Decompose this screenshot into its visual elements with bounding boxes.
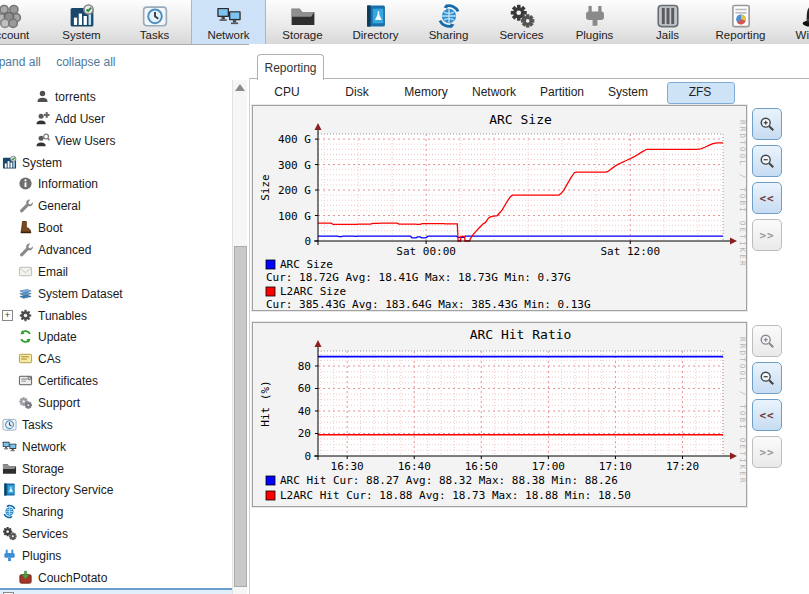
- toolbar-item-label: Wizard: [796, 29, 809, 41]
- tab-reporting[interactable]: Reporting: [257, 54, 324, 80]
- subtab-memory[interactable]: Memory: [404, 85, 447, 99]
- subtab-disk[interactable]: Disk: [345, 85, 368, 99]
- tree-item-torrents[interactable]: torrents: [35, 86, 96, 107]
- sidebar-scrollbar[interactable]: [232, 80, 247, 594]
- toolbar-item-account[interactable]: Account: [0, 0, 45, 44]
- tree-item-plugins[interactable]: Plugins: [2, 545, 61, 566]
- chart1-zoom-in-button[interactable]: [752, 108, 782, 140]
- svg-text:0: 0: [304, 235, 311, 248]
- toolbar-item-directory[interactable]: Directory: [339, 0, 412, 44]
- tab-reporting-label: Reporting: [264, 61, 316, 75]
- tree-item-partial[interactable]: [0, 588, 232, 594]
- tree-item-add-user[interactable]: Add User: [35, 108, 105, 129]
- tasks-icon: [2, 417, 17, 432]
- content-left-border: [249, 78, 250, 594]
- chart1-pan-left-button[interactable]: <<: [752, 182, 782, 214]
- tree-item-general[interactable]: General: [18, 195, 81, 216]
- tree-item-label: Boot: [38, 221, 63, 235]
- scrollbar-thumb[interactable]: [234, 246, 247, 587]
- toolbar-item-label: Reporting: [716, 29, 766, 41]
- sharing-icon: [436, 3, 462, 29]
- tree-item-system-dataset[interactable]: System Dataset: [18, 283, 123, 304]
- tree-item-label: Support: [38, 396, 80, 410]
- tree-item-boot[interactable]: Boot: [18, 217, 63, 238]
- storage-icon: [2, 461, 17, 476]
- toolbar-item-reporting[interactable]: Reporting: [704, 0, 777, 44]
- tree-item-email[interactable]: Email: [18, 261, 68, 282]
- expander-plus-icon[interactable]: +: [2, 310, 13, 321]
- expand-all-link[interactable]: expand all: [0, 55, 41, 69]
- tree-item-network[interactable]: Network: [2, 436, 66, 457]
- tree-item-sharing[interactable]: Sharing: [2, 501, 63, 522]
- tree-item-label: General: [38, 199, 81, 213]
- toolbar-item-system[interactable]: System: [45, 0, 118, 44]
- freenas-window: AccountSystemTasksNetworkStorageDirector…: [0, 0, 809, 594]
- tree-item-storage[interactable]: Storage: [2, 458, 64, 479]
- couchpotato-icon: [18, 570, 33, 585]
- tree-item-couchpotato[interactable]: CouchPotato: [18, 567, 107, 588]
- add-user-icon: [35, 111, 50, 126]
- tree-item-view-users[interactable]: View Users: [35, 130, 115, 151]
- chart2-zoom-out-button[interactable]: [752, 362, 782, 394]
- tree-item-certificates[interactable]: Certificates: [18, 370, 98, 391]
- svg-text:16:50: 16:50: [465, 460, 498, 473]
- tree-item-system[interactable]: System: [2, 152, 62, 173]
- toolbar-item-label: Tasks: [140, 29, 169, 41]
- chart1-zoom-out-button[interactable]: [752, 145, 782, 177]
- toolbar-item-storage[interactable]: Storage: [266, 0, 339, 44]
- tree-item-update[interactable]: Update: [18, 326, 77, 347]
- subtab-system[interactable]: System: [608, 85, 648, 99]
- toolbar-item-label: Sharing: [429, 29, 469, 41]
- tree-item-information[interactable]: Information: [18, 173, 98, 194]
- toolbar-item-services[interactable]: Services: [485, 0, 558, 44]
- toolbar-item-label: Network: [207, 29, 249, 41]
- tree-item-tunables[interactable]: Tunables: [18, 305, 87, 326]
- collapse-all-link[interactable]: collapse all: [56, 55, 115, 69]
- pan-right-icon: >>: [759, 229, 774, 242]
- tree-item-directory-service[interactable]: Directory Service: [2, 479, 113, 500]
- svg-text:200 G: 200 G: [278, 184, 311, 197]
- content-area: Reporting CPUDiskMemoryNetworkPartitionS…: [249, 44, 809, 594]
- chart2-pan-right-button: >>: [752, 436, 782, 468]
- toolbar-item-tasks[interactable]: Tasks: [118, 0, 191, 44]
- support-icon: [18, 395, 33, 410]
- rrdtool-watermark: RRDTOOL / TOBI OETIKER: [738, 120, 746, 268]
- update-icon: [18, 329, 33, 344]
- tree-item-advanced[interactable]: Advanced: [18, 239, 91, 260]
- toolbar-item-label: Jails: [656, 29, 679, 41]
- toolbar-item-jails[interactable]: Jails: [631, 0, 704, 44]
- nav-tree: torrentsAdd UserView UsersSystemInformat…: [0, 80, 232, 588]
- tree-item-label: Directory Service: [22, 483, 113, 497]
- reporting-subtabs: CPUDiskMemoryNetworkPartitionSystemZFS: [249, 80, 809, 106]
- toolbar-item-label: Plugins: [576, 29, 614, 41]
- subtab-cpu[interactable]: CPU: [274, 85, 299, 99]
- svg-text:17:20: 17:20: [666, 460, 699, 473]
- toolbar-item-network[interactable]: Network: [191, 0, 266, 44]
- svg-text:20: 20: [298, 427, 311, 440]
- wizard-icon: [801, 3, 809, 29]
- tree-item-tasks[interactable]: Tasks: [2, 414, 53, 435]
- storage-icon: [290, 3, 316, 29]
- tree-item-label: Network: [22, 440, 66, 454]
- svg-text:16:40: 16:40: [398, 460, 431, 473]
- toolbar-item-label: Services: [499, 29, 543, 41]
- chart2-zoom-in-button: [752, 325, 782, 357]
- tree-item-label: Update: [38, 330, 77, 344]
- rrdtool-watermark: RRDTOOL / TOBI OETIKER: [738, 337, 746, 485]
- cas-icon: [18, 351, 33, 366]
- toolbar-item-wizard[interactable]: Wizard: [777, 0, 809, 44]
- toolbar-item-sharing[interactable]: Sharing: [412, 0, 485, 44]
- scroll-up-arrow-icon[interactable]: [235, 84, 245, 91]
- tree-links: expand all collapse all: [0, 52, 248, 76]
- chart2-pan-left-button[interactable]: <<: [752, 399, 782, 431]
- subtab-zfs[interactable]: ZFS: [689, 85, 712, 99]
- svg-text:400 G: 400 G: [278, 133, 311, 146]
- pan-right-icon: >>: [759, 446, 774, 459]
- tree-item-services[interactable]: Services: [2, 523, 68, 544]
- subtab-partition[interactable]: Partition: [540, 85, 584, 99]
- pan-left-icon: <<: [759, 192, 774, 205]
- toolbar-item-plugins[interactable]: Plugins: [558, 0, 631, 44]
- subtab-network[interactable]: Network: [472, 85, 516, 99]
- tree-item-cas[interactable]: CAs: [18, 348, 61, 369]
- tree-item-support[interactable]: Support: [18, 392, 80, 413]
